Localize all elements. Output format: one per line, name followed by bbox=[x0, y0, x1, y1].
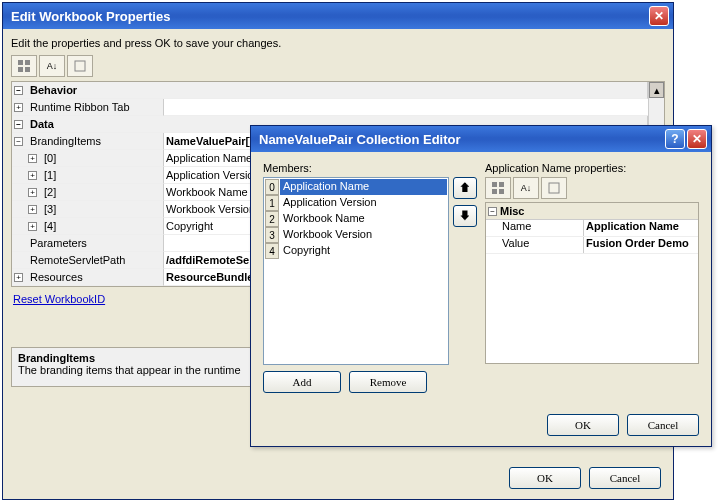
expand-icon[interactable]: + bbox=[28, 205, 37, 214]
pages-icon bbox=[547, 181, 561, 195]
close-icon[interactable]: ✕ bbox=[649, 6, 669, 26]
properties-label: Application Name properties: bbox=[485, 162, 699, 174]
child-titlebar: NameValuePair Collection Editor ? ✕ bbox=[251, 126, 711, 152]
prop-row-name[interactable]: Name Application Name bbox=[486, 220, 698, 237]
arrow-up-icon: 🡅 bbox=[459, 181, 471, 195]
collapse-icon[interactable]: − bbox=[488, 207, 497, 216]
category-misc[interactable]: − Misc bbox=[486, 203, 698, 220]
parent-titlebar: Edit Workbook Properties ✕ bbox=[3, 3, 673, 29]
expand-icon[interactable]: + bbox=[14, 103, 23, 112]
members-pane: Members: 0Application Name 1Application … bbox=[263, 162, 477, 382]
close-icon[interactable]: ✕ bbox=[687, 129, 707, 149]
help-icon[interactable]: ? bbox=[665, 129, 685, 149]
svg-rect-0 bbox=[18, 60, 23, 65]
members-label: Members: bbox=[263, 162, 477, 174]
child-button-row: OK Cancel bbox=[547, 414, 699, 436]
expand-icon[interactable]: + bbox=[28, 171, 37, 180]
members-list[interactable]: 0Application Name 1Application Version 2… bbox=[263, 177, 449, 365]
scroll-up-icon[interactable]: ▴ bbox=[649, 82, 664, 98]
svg-rect-9 bbox=[549, 183, 559, 193]
child-toolbar: A↓ bbox=[485, 177, 699, 199]
svg-rect-2 bbox=[18, 67, 23, 72]
svg-rect-7 bbox=[492, 189, 497, 194]
move-up-button[interactable]: 🡅 bbox=[453, 177, 477, 199]
cancel-button[interactable]: Cancel bbox=[589, 467, 661, 489]
property-pages-button[interactable] bbox=[67, 55, 93, 77]
pages-icon bbox=[73, 59, 87, 73]
svg-rect-4 bbox=[75, 61, 85, 71]
expand-icon[interactable]: + bbox=[28, 154, 37, 163]
expand-icon[interactable]: + bbox=[28, 222, 37, 231]
member-item-3[interactable]: 3Workbook Version bbox=[265, 227, 447, 243]
svg-rect-1 bbox=[25, 60, 30, 65]
properties-pane: Application Name properties: A↓ − Misc bbox=[485, 162, 699, 382]
child-body: Members: 0Application Name 1Application … bbox=[251, 152, 711, 446]
categorized-icon bbox=[17, 59, 31, 73]
member-item-0[interactable]: 0Application Name bbox=[265, 179, 447, 195]
categorized-icon bbox=[491, 181, 505, 195]
expand-icon[interactable]: + bbox=[28, 188, 37, 197]
cancel-button[interactable]: Cancel bbox=[627, 414, 699, 436]
property-grid-right: − Misc Name Application Name Value Fusio… bbox=[485, 202, 699, 364]
svg-rect-6 bbox=[499, 182, 504, 187]
parent-title: Edit Workbook Properties bbox=[11, 9, 647, 24]
expand-icon[interactable]: + bbox=[14, 273, 23, 282]
svg-rect-5 bbox=[492, 182, 497, 187]
arrow-down-icon: 🡇 bbox=[459, 209, 471, 223]
parent-button-row: OK Cancel bbox=[509, 467, 661, 489]
add-remove-row: Add Remove bbox=[263, 371, 477, 393]
sort-az-icon: A↓ bbox=[521, 183, 532, 193]
reorder-buttons: 🡅 🡇 bbox=[453, 177, 477, 365]
remove-button[interactable]: Remove bbox=[349, 371, 427, 393]
member-item-2[interactable]: 2Workbook Name bbox=[265, 211, 447, 227]
parent-instruction: Edit the properties and press OK to save… bbox=[11, 37, 665, 49]
collection-editor-dialog: NameValuePair Collection Editor ? ✕ Memb… bbox=[250, 125, 712, 447]
reset-workbook-link[interactable]: Reset WorkbookID bbox=[13, 293, 105, 305]
ok-button[interactable]: OK bbox=[547, 414, 619, 436]
svg-rect-3 bbox=[25, 67, 30, 72]
categorized-view-button[interactable] bbox=[485, 177, 511, 199]
child-title: NameValuePair Collection Editor bbox=[259, 132, 663, 147]
ok-button[interactable]: OK bbox=[509, 467, 581, 489]
parent-toolbar: A↓ bbox=[11, 55, 665, 77]
svg-rect-8 bbox=[499, 189, 504, 194]
collapse-icon[interactable]: − bbox=[14, 86, 23, 95]
alpha-view-button[interactable]: A↓ bbox=[39, 55, 65, 77]
member-item-1[interactable]: 1Application Version bbox=[265, 195, 447, 211]
collapse-icon[interactable]: − bbox=[14, 137, 23, 146]
category-behavior[interactable]: − Behavior bbox=[12, 82, 648, 99]
collapse-icon[interactable]: − bbox=[14, 120, 23, 129]
add-button[interactable]: Add bbox=[263, 371, 341, 393]
prop-row-value[interactable]: Value Fusion Order Demo bbox=[486, 237, 698, 254]
move-down-button[interactable]: 🡇 bbox=[453, 205, 477, 227]
property-pages-button[interactable] bbox=[541, 177, 567, 199]
alpha-view-button[interactable]: A↓ bbox=[513, 177, 539, 199]
categorized-view-button[interactable] bbox=[11, 55, 37, 77]
row-runtime-ribbon[interactable]: + Runtime Ribbon Tab bbox=[12, 99, 648, 116]
member-item-4[interactable]: 4Copyright bbox=[265, 243, 447, 259]
sort-az-icon: A↓ bbox=[47, 61, 58, 71]
